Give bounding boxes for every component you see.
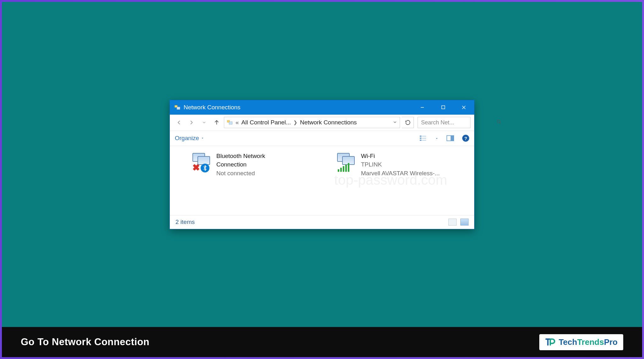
breadcrumb-chevron-down-icon[interactable] [393, 119, 397, 126]
control-panel-icon [174, 104, 180, 111]
search-box[interactable] [418, 117, 470, 128]
search-icon [497, 119, 502, 126]
view-options-button[interactable] [419, 134, 427, 142]
wifi-connection-icon [336, 152, 357, 172]
svg-rect-13 [422, 138, 426, 139]
control-panel-small-icon [227, 119, 233, 126]
brand-badge: TechTrendsPro [539, 334, 623, 350]
background-area: Network Connections [2, 2, 642, 327]
tiles-view-button[interactable] [460, 219, 469, 226]
details-view-button[interactable] [448, 219, 457, 226]
svg-point-8 [497, 120, 500, 122]
refresh-button[interactable] [402, 117, 414, 128]
recent-dropdown[interactable] [199, 117, 209, 128]
brand-logo-icon [545, 337, 556, 347]
svg-rect-3 [441, 106, 445, 109]
caption-bar: Go To Network Connection TechTrendsPro [2, 327, 642, 357]
minimize-button[interactable] [412, 100, 433, 115]
network-connections-window: Network Connections [169, 100, 475, 229]
breadcrumb-ellipsis: « [236, 119, 239, 126]
view-dropdown-icon[interactable] [435, 135, 438, 142]
disconnected-x-icon: ✖ [192, 164, 200, 172]
help-button[interactable]: ? [462, 135, 469, 142]
svg-rect-7 [229, 122, 232, 124]
connection-name: Wi-Fi [361, 152, 440, 160]
connection-item-wifi[interactable]: Wi-Fi TPLINK Marvell AVASTAR Wireless-..… [336, 152, 456, 178]
back-button[interactable] [174, 117, 184, 128]
forward-button[interactable] [186, 117, 197, 128]
connection-adapter: Marvell AVASTAR Wireless-... [361, 169, 440, 178]
breadcrumb-segment-1[interactable]: All Control Panel... [242, 119, 291, 126]
toolbar: Organize [170, 131, 474, 146]
search-input[interactable] [421, 119, 494, 126]
bluetooth-icon [201, 164, 209, 172]
connection-item-bluetooth[interactable]: ✖ Bluetooth Network Connection Not conne… [192, 152, 311, 178]
window-title: Network Connections [184, 104, 241, 111]
brand-tech: Tech [559, 337, 577, 347]
title-bar: Network Connections [170, 100, 474, 115]
brand-trends: Trends [577, 337, 604, 347]
connection-ssid: TPLINK [361, 160, 440, 169]
connection-status: Not connected [216, 169, 265, 178]
svg-rect-10 [420, 136, 422, 137]
item-count: 2 items [175, 219, 195, 226]
bluetooth-connection-icon: ✖ [192, 152, 212, 172]
svg-rect-14 [420, 140, 422, 141]
connection-name-line2: Connection [216, 160, 265, 169]
maximize-button[interactable] [433, 100, 453, 115]
chevron-right-icon: ❯ [293, 120, 297, 125]
connection-name-line1: Bluetooth Network [216, 152, 265, 160]
breadcrumb-segment-2[interactable]: Network Connections [300, 119, 357, 126]
signal-bars-icon [338, 163, 349, 172]
svg-rect-12 [420, 138, 422, 139]
caption-text: Go To Network Connection [21, 336, 149, 348]
svg-rect-15 [422, 140, 426, 141]
svg-rect-17 [451, 136, 454, 141]
brand-pro: Pro [604, 337, 618, 347]
up-button[interactable] [211, 117, 222, 128]
preview-pane-button[interactable] [447, 134, 454, 142]
status-bar: 2 items [170, 215, 474, 229]
connections-list: top-password.com ✖ Bluetooth Network Con… [170, 146, 474, 215]
address-breadcrumb[interactable]: « All Control Panel... ❯ Network Connect… [224, 117, 400, 128]
organize-menu[interactable]: Organize [175, 135, 204, 142]
nav-row: « All Control Panel... ❯ Network Connect… [170, 115, 474, 131]
svg-rect-1 [177, 107, 180, 109]
svg-rect-11 [422, 136, 426, 137]
organize-label: Organize [175, 135, 199, 142]
svg-line-9 [500, 122, 501, 123]
close-button[interactable] [453, 100, 474, 115]
